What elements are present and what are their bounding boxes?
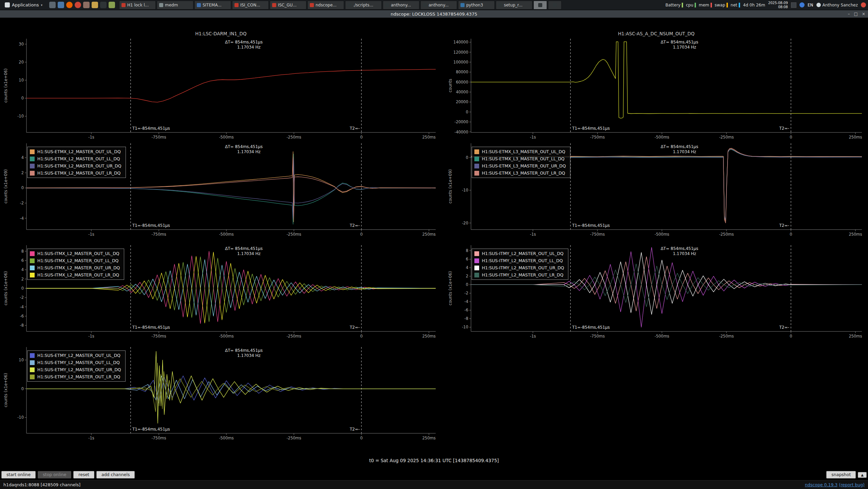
plot-etmx-l3[interactable]: 0-10-20-1s-750ms-500ms-250ms0250mscounts… — [447, 142, 865, 244]
svg-text:-4: -4 — [20, 305, 24, 309]
taskbar-window-button[interactable]: anthony... — [420, 1, 457, 10]
taskbar-window-button[interactable] — [533, 1, 547, 10]
system-tray: Batterycpumemswapnet 4d 0h 26m 2025-08-0… — [665, 1, 866, 9]
cursor-t1-label: T1=-854ms,451µs — [572, 223, 610, 228]
terminal-icon[interactable] — [100, 2, 107, 8]
svg-text:100000: 100000 — [453, 60, 468, 65]
taskbar-window-button[interactable]: ISI_CON... — [232, 1, 269, 10]
files-icon[interactable] — [92, 2, 98, 8]
taskbar-window-button[interactable]: ISC_GU... — [270, 1, 306, 10]
plot-itmy-l2[interactable]: 86420-2-4-6-8-10-1s-750ms-500ms-250ms025… — [447, 244, 865, 346]
taskbar-window-button[interactable] — [548, 1, 562, 10]
legend-swatch — [30, 164, 35, 168]
snapshot-button[interactable]: snapshot — [826, 471, 856, 478]
delta-t-label: ΔT= 854ms,451µs — [661, 144, 698, 149]
version-link[interactable]: ndscope 0.19.3 — [805, 482, 837, 487]
svg-text:-500ms: -500ms — [655, 232, 669, 237]
svg-text:-6: -6 — [20, 314, 24, 319]
svg-text:-500ms: -500ms — [219, 334, 233, 339]
legend-swatch — [30, 266, 35, 270]
window-controls: – □ × — [848, 10, 865, 18]
svg-text:0: 0 — [21, 386, 24, 391]
legend-label: H1:SUS-ITMY_L2_MASTER_OUT_LR_DQ — [482, 272, 563, 277]
desktop: Applications ▾ H1 lock l...medmSITEMA...… — [0, 0, 868, 489]
settings-icon[interactable] — [49, 2, 56, 8]
user-menu[interactable]: Anthony Sanchez — [816, 3, 858, 7]
taskbar-window-button[interactable]: python3 — [458, 1, 495, 10]
taskbar-window-button[interactable]: SITEMA... — [194, 1, 231, 10]
chevron-down-icon: ▾ — [41, 3, 42, 7]
window-icon — [347, 3, 352, 7]
svg-text:80000: 80000 — [456, 70, 468, 74]
scope-toolbar: start online stop online reset add chann… — [1, 470, 867, 479]
session-icon[interactable] — [861, 2, 866, 7]
window-titlebar: ndscope: LOCKLOSS 1438785409.4375 – □ × — [0, 10, 868, 18]
plot-etmx-l2[interactable]: 420-2-4-1s-750ms-500ms-250ms0250mscounts… — [3, 142, 439, 244]
delta-t-freq: 1.17034 Hz — [673, 45, 696, 50]
maximize-button[interactable]: □ — [854, 12, 858, 16]
clock[interactable]: 2025-08-09 08:08 — [768, 1, 788, 9]
close-button[interactable]: × — [862, 12, 865, 16]
delta-t-freq: 1.17034 Hz — [237, 353, 261, 358]
plot-etmy-l2[interactable]: 100-10-1s-750ms-500ms-250ms0250mscounts … — [3, 346, 439, 448]
legend[interactable]: H1:SUS-ETMY_L2_MASTER_OUT_UL_DQH1:SUS-ET… — [27, 350, 126, 382]
legend-swatch — [30, 360, 35, 365]
svg-text:4: 4 — [21, 267, 24, 272]
firefox-icon[interactable] — [66, 2, 73, 8]
cursor-t1-label: T1=-854ms,451µs — [572, 325, 610, 330]
svg-text:10: 10 — [19, 78, 24, 83]
taskbar-windows: H1 lock l...medmSITEMA...ISI_CON...ISC_G… — [119, 1, 562, 10]
svg-text:8: 8 — [466, 248, 468, 253]
legend[interactable]: H1:SUS-ETMX_L3_MASTER_OUT_UL_DQH1:SUS-ET… — [472, 147, 570, 178]
window-label: anthony... — [391, 3, 411, 7]
taskbar-window-button[interactable]: H1 lock l... — [119, 1, 156, 10]
legend-swatch — [30, 251, 35, 256]
start-online-button[interactable]: start online — [1, 471, 36, 478]
delta-t-freq: 1.17034 Hz — [237, 251, 261, 256]
legend[interactable]: H1:SUS-ITMY_L2_MASTER_OUT_UL_DQH1:SUS-IT… — [472, 249, 568, 280]
legend[interactable]: H1:SUS-ITMX_L2_MASTER_OUT_UL_DQH1:SUS-IT… — [27, 249, 124, 280]
launcher-row — [49, 2, 115, 8]
window-icon — [197, 3, 201, 7]
delta-t-label: ΔT= 854ms,451µs — [225, 144, 263, 149]
share-icon[interactable] — [83, 2, 90, 8]
plot-lsc-darm[interactable]: H1:LSC-DARM_IN1_DQ3020100-10-1s-750ms-50… — [3, 30, 439, 142]
delta-t-label: ΔT= 854ms,451µs — [225, 348, 263, 353]
report-bug-link[interactable]: (report bug) — [839, 482, 865, 487]
legend-swatch — [474, 157, 479, 161]
svg-text:2: 2 — [21, 277, 24, 282]
plot-asc-as[interactable]: H1:ASC-AS_A_DC_NSUM_OUT_DQ14000012000010… — [447, 30, 865, 142]
taskbar-window-button[interactable]: anthony... — [383, 1, 419, 10]
updates-icon[interactable] — [799, 2, 805, 7]
taskbar-window-button[interactable]: medm — [157, 1, 193, 10]
legend-label: H1:SUS-ETMX_L3_MASTER_OUT_LL_DQ — [482, 156, 565, 161]
workspace-icon[interactable] — [791, 2, 796, 8]
legend-entry: H1:SUS-ITMY_L2_MASTER_OUT_LL_DQ — [474, 258, 564, 263]
svg-text:250ms: 250ms — [849, 135, 862, 140]
window-title: ndscope: LOCKLOSS 1438785409.4375 — [391, 12, 477, 17]
svg-text:-250ms: -250ms — [286, 334, 301, 339]
add-channels-button[interactable]: add channels — [96, 471, 135, 478]
window-icon — [159, 3, 163, 7]
cursor-t2-label: T2=- — [779, 325, 789, 330]
legend-swatch — [474, 171, 479, 176]
taskbar-window-button[interactable]: setup_r... — [496, 1, 532, 10]
taskbar-window-button[interactable]: ./scripts... — [345, 1, 382, 10]
keyboard-layout[interactable]: EN — [808, 3, 813, 7]
legend-entry: H1:SUS-ITMX_L2_MASTER_OUT_UL_DQ — [30, 251, 120, 256]
reset-button[interactable]: reset — [73, 471, 94, 478]
window-label: H1 lock l... — [127, 3, 149, 7]
window-label: SITEMA... — [203, 3, 222, 7]
browser-icon[interactable] — [75, 2, 81, 8]
collapse-toolbar-button[interactable]: ▲ — [858, 472, 867, 478]
delta-t-freq: 1.17034 Hz — [673, 251, 696, 256]
legend-label: H1:SUS-ITMX_L2_MASTER_OUT_UL_DQ — [37, 251, 119, 256]
applications-menu[interactable]: Applications ▾ — [2, 2, 45, 8]
editor-icon[interactable] — [109, 2, 115, 8]
file-manager-icon[interactable] — [58, 2, 64, 8]
legend[interactable]: H1:SUS-ETMX_L2_MASTER_OUT_UL_DQH1:SUS-ET… — [27, 147, 126, 178]
svg-text:2: 2 — [466, 274, 468, 278]
plot-itmx-l2[interactable]: 86420-2-4-6-8-1s-750ms-500ms-250ms0250ms… — [3, 244, 439, 346]
taskbar-window-button[interactable]: ndscope... — [307, 1, 344, 10]
minimize-button[interactable]: – — [848, 12, 850, 16]
